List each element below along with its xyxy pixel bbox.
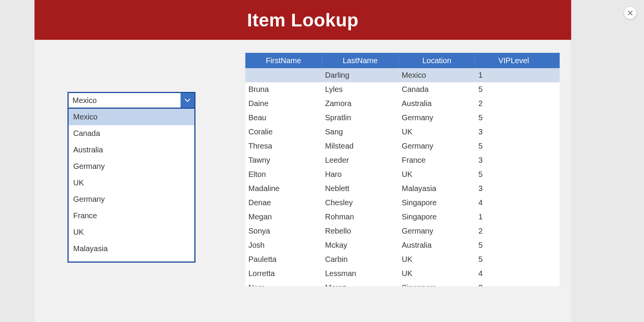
close-icon — [628, 10, 633, 16]
col-header-firstname[interactable]: FirstName — [245, 53, 322, 68]
table-cell: 4 — [475, 269, 552, 278]
table-cell: Lessman — [322, 269, 399, 278]
table-row[interactable]: DaineZamoraAustralia2 — [245, 96, 560, 111]
dropdown-option[interactable]: France — [69, 208, 194, 224]
table-cell: Australia — [399, 241, 475, 250]
table-cell: 5 — [475, 85, 552, 94]
table-cell: Singapore — [399, 198, 475, 207]
table-cell: Germany — [399, 227, 475, 235]
table-cell: UK — [399, 170, 475, 179]
table-cell: Megan — [245, 212, 322, 221]
table-cell: Lorretta — [245, 269, 322, 278]
table-row[interactable]: DarlingMexico1 — [245, 68, 560, 82]
dropdown-selected-value[interactable]: Mexico — [69, 93, 181, 108]
table-cell: Bruna — [245, 85, 322, 94]
table-cell: Elton — [245, 170, 322, 179]
dropdown-option[interactable]: UK — [69, 175, 194, 191]
table-cell: Australia — [399, 99, 475, 108]
dropdown-option[interactable]: Canada — [69, 125, 194, 142]
dropdown-option[interactable]: Malayasia — [69, 240, 194, 257]
col-header-location[interactable]: Location — [399, 53, 475, 68]
header-bar: Item Lookup — [34, 0, 571, 40]
table-row[interactable]: CoralieSangUK3 — [245, 125, 560, 139]
table-cell: Germany — [399, 142, 475, 150]
table-cell: Sonya — [245, 227, 322, 235]
table-cell: 3 — [475, 127, 552, 136]
dropdown-option[interactable]: Germany — [69, 158, 194, 175]
table-row[interactable]: MadalineNeblettMalayasia3 — [245, 181, 560, 196]
table-cell: 3 — [475, 184, 552, 193]
table-row[interactable]: MeganRohmanSingapore1 — [245, 210, 560, 224]
table-cell: Mckay — [322, 241, 399, 250]
content-area: Mexico MexicoCanadaAustraliaGermanyUKGer… — [34, 40, 571, 322]
table-row[interactable]: DenaeChesleySingapore4 — [245, 196, 560, 210]
table-cell: France — [399, 156, 475, 165]
table-cell: Rohman — [322, 212, 399, 221]
table-cell: Darling — [322, 71, 399, 80]
table-cell: 5 — [475, 113, 552, 122]
table-cell: Malayasia — [399, 184, 475, 193]
dropdown-toggle-button[interactable] — [181, 93, 194, 108]
table-cell: 5 — [475, 255, 552, 264]
table-row[interactable]: SonyaRebelloGermany2 — [245, 224, 560, 238]
table-cell: Germany — [399, 113, 475, 122]
table-cell: Lyles — [322, 85, 399, 94]
table-cell: 5 — [475, 142, 552, 150]
table-cell: Zamora — [322, 99, 399, 108]
dropdown-option[interactable]: Germany — [69, 191, 194, 208]
table-cell: 2 — [475, 99, 552, 108]
table-cell: Denae — [245, 198, 322, 207]
dropdown-list[interactable]: MexicoCanadaAustraliaGermanyUKGermanyFra… — [67, 109, 196, 263]
table-cell: 1 — [475, 71, 552, 80]
table-cell: Pauletta — [245, 255, 322, 264]
page-title: Item Lookup — [247, 10, 359, 31]
table-row[interactable]: LorrettaLessmanUK4 — [245, 266, 560, 281]
table-row[interactable]: PaulettaCarbinUK5 — [245, 252, 560, 266]
dropdown-control[interactable]: Mexico — [67, 92, 196, 109]
table-cell: Madaline — [245, 184, 322, 193]
col-header-lastname[interactable]: LastName — [322, 53, 399, 68]
table-cell: Neblett — [322, 184, 399, 193]
table-cell: Moraz — [322, 283, 399, 286]
table-cell: 5 — [475, 170, 552, 179]
table-cell: Nam — [245, 283, 322, 286]
table-row[interactable]: BrunaLylesCanada5 — [245, 82, 560, 96]
dropdown-option[interactable]: Australia — [69, 142, 194, 158]
table-row[interactable]: EltonHaroUK5 — [245, 167, 560, 181]
table-cell: Haro — [322, 170, 399, 179]
table-cell: 5 — [475, 241, 552, 250]
table-cell: Sang — [322, 127, 399, 136]
table-body[interactable]: DarlingMexico1BrunaLylesCanada5DaineZamo… — [245, 68, 560, 286]
table-row[interactable]: ThresaMilsteadGermany5 — [245, 139, 560, 153]
table-cell: Mexico — [399, 71, 475, 80]
dropdown-option[interactable]: UK — [69, 224, 194, 240]
table-cell: Carbin — [322, 255, 399, 264]
close-button[interactable] — [624, 7, 636, 19]
table-cell: UK — [399, 127, 475, 136]
table-cell: Chesley — [322, 198, 399, 207]
table-cell: 2 — [475, 227, 552, 235]
table-cell: Spratlin — [322, 113, 399, 122]
chevron-down-icon — [184, 97, 191, 104]
table-cell: Daine — [245, 99, 322, 108]
table-cell: Canada — [399, 85, 475, 94]
table-cell: Milstead — [322, 142, 399, 150]
table-cell: 3 — [475, 156, 552, 165]
table-cell: Tawny — [245, 156, 322, 165]
app-window: Item Lookup Mexico MexicoCanadaAustralia… — [34, 0, 571, 322]
table-cell: Rebello — [322, 227, 399, 235]
table-row[interactable]: TawnyLeederFrance3 — [245, 153, 560, 167]
table-cell: UK — [399, 255, 475, 264]
table-cell: Beau — [245, 113, 322, 122]
location-dropdown[interactable]: Mexico MexicoCanadaAustraliaGermanyUKGer… — [67, 92, 196, 263]
table-cell: Singapore — [399, 212, 475, 221]
table-cell: 4 — [475, 198, 552, 207]
table-row[interactable]: NamMorazSingapore2 — [245, 281, 560, 286]
table-row[interactable]: JoshMckayAustralia5 — [245, 238, 560, 252]
table-row[interactable]: BeauSpratlinGermany5 — [245, 111, 560, 125]
col-header-viplevel[interactable]: VIPLevel — [475, 53, 552, 68]
dropdown-option[interactable]: Mexico — [69, 109, 194, 125]
table-cell: 2 — [475, 283, 552, 286]
table-cell: UK — [399, 269, 475, 278]
table-cell: Leeder — [322, 156, 399, 165]
